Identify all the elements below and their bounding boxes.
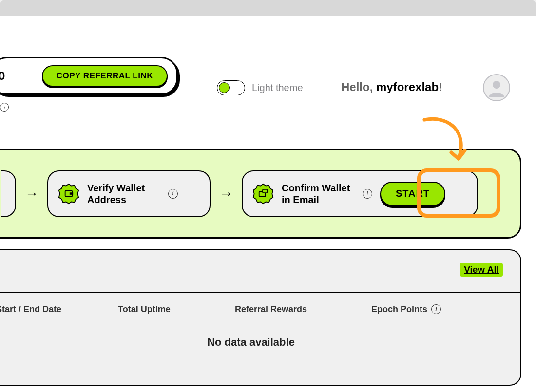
copy-referral-label: COPY REFERRAL LINK bbox=[57, 71, 153, 81]
theme-toggle-wrap: Light theme bbox=[217, 80, 303, 95]
step-confirm-wallet: Confirm Wallet in Email i START bbox=[242, 170, 478, 217]
wallet-email-badge-icon bbox=[252, 183, 274, 205]
col-start-end-date: Start / End Date bbox=[0, 304, 118, 315]
username: myforexlab bbox=[376, 80, 439, 93]
col-epoch-points-label: Epoch Points bbox=[371, 304, 427, 315]
info-icon[interactable]: i bbox=[0, 103, 9, 112]
step-card-previous bbox=[1, 170, 16, 217]
avatar[interactable] bbox=[483, 74, 510, 101]
greeting-suffix: ! bbox=[439, 80, 442, 93]
col-total-uptime: Total Uptime bbox=[118, 304, 235, 315]
greeting: Hello, myforexlab! bbox=[341, 80, 442, 94]
info-icon[interactable]: i bbox=[431, 304, 441, 314]
onboarding-steps-banner: → Verify Wallet Address i → Co bbox=[0, 149, 521, 239]
browser-chrome bbox=[0, 0, 536, 16]
toggle-knob bbox=[219, 82, 230, 93]
user-icon bbox=[487, 78, 506, 97]
view-all-label: View All bbox=[464, 264, 499, 275]
start-button-label: START bbox=[396, 188, 430, 199]
epoch-table-panel: View All Start / End Date Total Uptime R… bbox=[0, 249, 521, 386]
step-verify-wallet: Verify Wallet Address i bbox=[47, 170, 211, 217]
svg-point-0 bbox=[493, 81, 500, 89]
copy-referral-button[interactable]: COPY REFERRAL LINK bbox=[42, 65, 168, 87]
referral-count: 0 bbox=[0, 69, 5, 83]
theme-toggle[interactable] bbox=[217, 80, 245, 95]
referral-pill: 0 COPY REFERRAL LINK bbox=[0, 57, 178, 95]
table-header-row: Start / End Date Total Uptime Referral R… bbox=[0, 292, 520, 326]
info-icon[interactable]: i bbox=[168, 189, 178, 199]
svg-rect-2 bbox=[70, 192, 73, 195]
empty-state-text: No data available bbox=[0, 336, 520, 349]
view-all-link[interactable]: View All bbox=[460, 263, 503, 277]
app-content: 0 COPY REFERRAL LINK i Light theme Hello… bbox=[0, 16, 536, 392]
col-referral-rewards: Referral Rewards bbox=[235, 304, 371, 315]
step-confirm-label: Confirm Wallet in Email bbox=[282, 182, 355, 205]
col-epoch-points: Epoch Points i bbox=[371, 304, 469, 315]
arrow-right-icon: → bbox=[219, 186, 233, 202]
theme-label: Light theme bbox=[252, 82, 303, 93]
arrow-right-icon: → bbox=[25, 186, 38, 202]
step-verify-label: Verify Wallet Address bbox=[87, 182, 160, 205]
wallet-badge-icon bbox=[58, 183, 79, 205]
greeting-prefix: Hello, bbox=[341, 80, 376, 93]
svg-rect-4 bbox=[263, 189, 267, 192]
info-icon[interactable]: i bbox=[363, 189, 372, 199]
start-button[interactable]: START bbox=[380, 182, 445, 206]
